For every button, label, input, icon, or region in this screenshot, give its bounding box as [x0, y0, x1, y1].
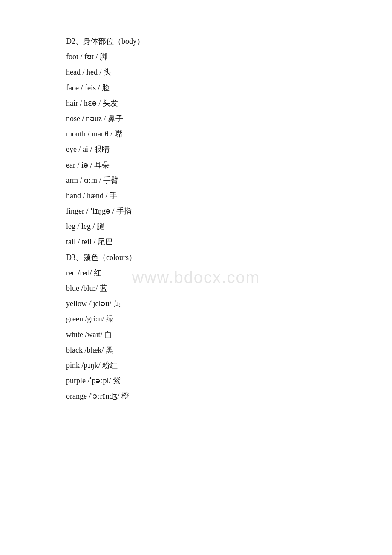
list-item: nose / nəuz / 鼻子 [66, 111, 392, 126]
list-item: ear / iə / 耳朵 [66, 158, 392, 172]
list-item: hand / hænd / 手 [66, 188, 392, 203]
section-d2-header: D2、身体部位（body） [66, 34, 392, 49]
list-item: orange /ˈɔːrɪndʒ/ 橙 [66, 389, 392, 403]
list-item: head / hed / 头 [66, 65, 392, 79]
list-item: arm / ɑːm / 手臂 [66, 173, 392, 188]
list-item: pink /pɪŋk/ 粉红 [66, 358, 392, 373]
list-item: red /red/ 红 [66, 266, 392, 280]
list-item: foot / fʊt / 脚 [66, 49, 392, 64]
list-item: purple /ˈpəːpl/ 紫 [66, 373, 392, 388]
section-d3-header: D3、颜色（colours） [66, 250, 392, 265]
list-item: blue /bluː/ 蓝 [66, 281, 392, 295]
list-item: hair / hɛə / 头发 [66, 96, 392, 110]
page-content: D2、身体部位（body） foot / fʊt / 脚 head / hed … [0, 0, 392, 439]
list-item: yellow /ˈjeləu/ 黄 [66, 296, 392, 311]
list-item: finger / ˈfɪŋgə / 手指 [66, 204, 392, 218]
list-item: eye / ai / 眼睛 [66, 142, 392, 156]
list-item: black /blæk/ 黑 [66, 343, 392, 357]
list-item: mouth / mauθ / 嘴 [66, 127, 392, 141]
list-item: face / feis / 脸 [66, 81, 392, 95]
list-item: green /griːn/ 绿 [66, 312, 392, 326]
list-item: white /wait/ 白 [66, 327, 392, 342]
list-item: leg / leg / 腿 [66, 219, 392, 234]
list-item: tail / teil / 尾巴 [66, 234, 392, 249]
